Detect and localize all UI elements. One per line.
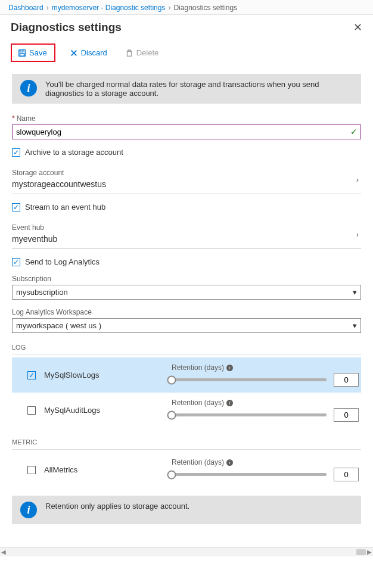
info-banner-retention: i Retention only applies to storage acco… xyxy=(12,496,361,524)
retention-slider[interactable] xyxy=(172,378,327,381)
log-section-header: LOG xyxy=(12,344,361,355)
archive-label: Archive to a storage account xyxy=(25,148,123,157)
log-name: MySqlAuditLogs xyxy=(44,406,163,415)
workspace-select[interactable]: myworkspace ( west us ) ▾ xyxy=(12,318,361,333)
discard-icon xyxy=(70,49,78,57)
log-row-mysqlslowlogs: MySqlSlowLogs Retention (days) i xyxy=(12,357,361,393)
save-button[interactable]: Save xyxy=(14,46,51,60)
breadcrumb-current: Diagnostics settings xyxy=(173,4,237,12)
log-checkbox[interactable] xyxy=(27,406,36,415)
svg-rect-2 xyxy=(20,53,24,55)
svg-rect-5 xyxy=(127,51,131,56)
stream-checkbox-row[interactable]: Stream to an event hub xyxy=(12,203,361,211)
name-input[interactable] xyxy=(12,125,361,139)
breadcrumb: Dashboard › mydemoserver - Diagnostic se… xyxy=(0,0,373,15)
slider-thumb[interactable] xyxy=(167,470,176,479)
info-banner-rates: i You'll be charged normal data rates fo… xyxy=(12,74,361,104)
event-hub-picker[interactable]: Event hub myeventhub › xyxy=(12,220,361,249)
event-hub-label: Event hub xyxy=(12,223,361,232)
chevron-down-icon: ▾ xyxy=(353,321,357,330)
workspace-value: myworkspace ( west us ) xyxy=(16,321,101,330)
log-checkbox[interactable] xyxy=(27,371,36,379)
log-row-mysqlauditlogs: MySqlAuditLogs Retention (days) i xyxy=(12,393,361,428)
info-icon: i xyxy=(20,502,37,518)
retention-slider[interactable] xyxy=(172,473,327,476)
workspace-label: Log Analytics Workspace xyxy=(12,308,361,316)
la-checkbox-row[interactable]: Send to Log Analytics xyxy=(12,257,361,266)
slider-thumb[interactable] xyxy=(167,410,176,419)
info-text: You'll be charged normal data rates for … xyxy=(45,80,353,98)
storage-account-picker[interactable]: Storage account mystorageaccountwestus › xyxy=(12,165,361,194)
metric-section-header: METRIC xyxy=(12,438,361,450)
toolbar: Save Discard Delete xyxy=(0,40,373,68)
info-text: Retention only applies to storage accoun… xyxy=(45,502,189,511)
retention-input[interactable] xyxy=(334,408,359,422)
horizontal-scrollbar[interactable]: ◀ ▶ xyxy=(0,547,373,556)
name-label: *Name xyxy=(12,114,361,123)
subscription-label: Subscription xyxy=(12,275,361,283)
save-icon xyxy=(18,49,26,57)
subscription-select[interactable]: mysubscription ▾ xyxy=(12,285,361,300)
retention-slider[interactable] xyxy=(172,413,327,416)
retention-input[interactable] xyxy=(334,468,359,481)
storage-account-value: mystorageaccountwestus xyxy=(12,179,361,189)
stream-checkbox[interactable] xyxy=(12,203,20,211)
discard-label: Discard xyxy=(81,48,107,57)
storage-account-label: Storage account xyxy=(12,169,361,177)
close-icon[interactable]: ✕ xyxy=(351,18,365,36)
archive-checkbox[interactable] xyxy=(12,148,20,157)
scroll-right-icon[interactable]: ▶ xyxy=(367,549,372,555)
retention-label: Retention (days) i xyxy=(172,458,359,466)
save-button-highlight: Save xyxy=(11,43,55,62)
chevron-right-icon: › xyxy=(356,230,359,239)
subscription-value: mysubscription xyxy=(16,288,68,297)
metric-row-allmetrics: AllMetrics Retention (days) i xyxy=(12,452,361,487)
delete-button: Delete xyxy=(122,46,163,60)
la-label: Send to Log Analytics xyxy=(25,257,100,266)
scrollbar-thumb[interactable] xyxy=(356,549,366,555)
slider-thumb[interactable] xyxy=(167,375,176,384)
chevron-right-icon: › xyxy=(46,4,49,12)
blade-header: Diagnostics settings ✕ xyxy=(0,15,373,40)
retention-label: Retention (days) i xyxy=(172,399,359,407)
svg-rect-1 xyxy=(20,49,23,52)
retention-label: Retention (days) i xyxy=(172,363,359,372)
page-title: Diagnostics settings xyxy=(11,21,122,34)
chevron-right-icon: › xyxy=(168,4,170,12)
event-hub-value: myeventhub xyxy=(12,234,361,244)
stream-label: Stream to an event hub xyxy=(25,203,105,211)
info-icon[interactable]: i xyxy=(226,400,233,406)
info-icon[interactable]: i xyxy=(226,459,233,466)
required-star: * xyxy=(12,114,15,123)
log-name: MySqlSlowLogs xyxy=(44,371,163,379)
scroll-left-icon[interactable]: ◀ xyxy=(1,549,6,555)
info-icon[interactable]: i xyxy=(226,365,233,371)
chevron-down-icon: ▾ xyxy=(353,288,357,297)
metric-name: AllMetrics xyxy=(44,465,163,474)
delete-icon xyxy=(125,49,133,57)
delete-label: Delete xyxy=(136,48,159,57)
discard-button[interactable]: Discard xyxy=(66,46,111,60)
info-icon: i xyxy=(20,80,37,97)
breadcrumb-dashboard[interactable]: Dashboard xyxy=(8,4,43,12)
breadcrumb-server[interactable]: mydemoserver - Diagnostic settings xyxy=(52,4,166,12)
save-label: Save xyxy=(29,48,47,57)
metric-checkbox[interactable] xyxy=(27,466,36,474)
retention-input[interactable] xyxy=(334,373,359,387)
la-checkbox[interactable] xyxy=(12,258,20,266)
archive-checkbox-row[interactable]: Archive to a storage account xyxy=(12,148,361,157)
chevron-right-icon: › xyxy=(356,175,359,184)
